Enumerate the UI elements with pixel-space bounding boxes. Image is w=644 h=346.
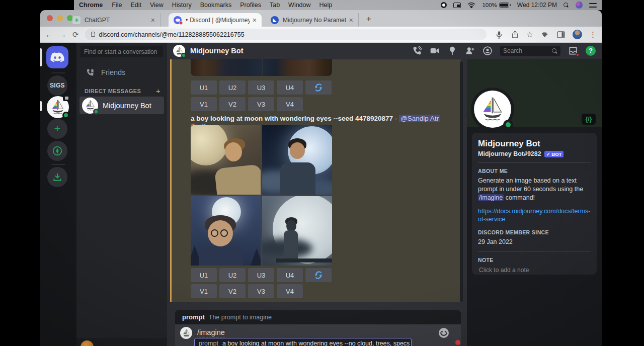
menu-bookmarks[interactable]: Bookmarks — [200, 2, 232, 9]
chrome-profile-avatar[interactable] — [573, 30, 582, 39]
prompt-option-value[interactable]: a boy looking at moon with wondering eye… — [222, 340, 410, 346]
pinned-messages-icon[interactable] — [447, 46, 457, 56]
prompt-text: a boy looking at moon with wondering eye… — [191, 115, 393, 122]
reroll-button[interactable] — [305, 268, 332, 282]
u4-button[interactable]: U4 — [277, 268, 303, 282]
create-dm-icon[interactable]: + — [156, 86, 160, 95]
side-panel-icon[interactable] — [556, 30, 566, 39]
user-profile-toggle-icon[interactable] — [482, 46, 493, 56]
grid-image-1[interactable] — [191, 125, 261, 195]
tab-discord[interactable]: • Discord | @Midjourney Bot × — [169, 13, 262, 27]
bot-profile-panel: {/} Midjourney Bot Midjourney Bot#9282 ✓… — [467, 59, 602, 346]
menu-file[interactable]: File — [112, 2, 122, 9]
explore-servers-button[interactable] — [47, 141, 67, 161]
imagine-command-text[interactable]: /imagine — [197, 328, 225, 336]
search-input[interactable]: Search — [500, 46, 560, 56]
u3-button[interactable]: U3 — [248, 80, 274, 95]
dm-section-header: DIRECT MESSAGES — [85, 88, 160, 94]
menu-window[interactable]: Window — [288, 2, 310, 9]
message-composer[interactable]: /imagine prompt a boy looking at moon wi… — [175, 324, 461, 346]
url-text[interactable]: discord.com/channels/@me/112828885506221… — [99, 31, 245, 38]
video-call-icon[interactable] — [430, 46, 440, 56]
v4-button[interactable]: V4 — [277, 97, 303, 111]
menu-edit[interactable]: Edit — [130, 2, 141, 9]
mic-icon[interactable] — [495, 30, 504, 39]
sidebar-item-friends[interactable]: Friends — [80, 65, 163, 80]
menubar-app-name[interactable]: Chrome — [79, 2, 103, 9]
emoji-picker-icon[interactable] — [439, 328, 449, 338]
u1-button[interactable]: U1 — [191, 268, 217, 282]
current-user-avatar[interactable] — [80, 340, 94, 346]
chrome-menu-icon[interactable]: ⋮ — [589, 31, 597, 38]
menu-tab[interactable]: Tab — [270, 2, 280, 9]
variation-row-2: V1 V2 V3 V4 — [191, 284, 303, 298]
tab-chatgpt[interactable]: ChatGPT × — [67, 13, 160, 27]
reroll-button[interactable] — [305, 80, 332, 95]
tab-close-icon[interactable]: × — [151, 16, 155, 24]
generated-image-grid[interactable] — [191, 125, 332, 266]
grid-image-3[interactable] — [191, 196, 261, 266]
v1-button[interactable]: V1 — [191, 97, 217, 111]
v2-button[interactable]: V2 — [219, 284, 246, 298]
help-icon[interactable]: ? — [586, 46, 596, 56]
menu-history[interactable]: History — [172, 2, 192, 9]
screen-record-icon[interactable] — [441, 2, 447, 8]
v4-button[interactable]: V4 — [277, 284, 303, 298]
control-center-icon[interactable] — [589, 3, 597, 8]
imagine-command-pill[interactable]: /imagine — [478, 194, 504, 201]
u4-button[interactable]: U4 — [277, 80, 303, 95]
tab-close-icon[interactable]: × — [253, 16, 257, 24]
tab-midjourney-docs[interactable]: Midjourney No Parameter × — [266, 13, 359, 27]
terms-of-service-link[interactable]: https://docs.midjourney.com/docs/terms-o… — [478, 207, 591, 224]
forward-button[interactable]: → — [59, 30, 66, 39]
screen-mirroring-icon[interactable] — [453, 3, 461, 8]
grid-image-2[interactable] — [262, 125, 332, 195]
note-input-placeholder[interactable]: Click to add a note — [478, 266, 591, 274]
previous-grid-image-partial[interactable] — [191, 59, 332, 76]
address-bar[interactable]: discord.com/channels/@me/112828885506221… — [85, 29, 487, 40]
v2-button[interactable]: V2 — [219, 97, 246, 111]
user-mention[interactable]: @Sandip Atr — [399, 115, 440, 122]
v1-button[interactable]: V1 — [191, 284, 217, 298]
download-apps-button[interactable] — [47, 167, 67, 187]
midjourney-dm-avatar[interactable] — [47, 96, 69, 118]
share-icon[interactable] — [511, 30, 519, 39]
spotlight-icon[interactable] — [564, 3, 569, 8]
u1-button[interactable]: U1 — [191, 80, 217, 95]
u2-button[interactable]: U2 — [219, 80, 246, 95]
menubar-clock[interactable]: Wed 12:02 PM — [517, 2, 557, 9]
u2-button[interactable]: U2 — [219, 268, 246, 282]
menu-profiles[interactable]: Profiles — [240, 2, 261, 9]
wifi-icon[interactable] — [467, 2, 475, 8]
minimize-window-button[interactable] — [57, 15, 63, 21]
add-server-button[interactable]: + — [47, 119, 67, 139]
v3-button[interactable]: V3 — [248, 284, 274, 298]
tab-close-icon[interactable]: × — [349, 16, 353, 24]
u3-button[interactable]: U3 — [248, 268, 274, 282]
menu-help[interactable]: Help — [319, 2, 333, 9]
prompt-option-input[interactable]: prompt a boy looking at moon with wonder… — [194, 338, 412, 346]
bookmark-star-icon[interactable]: ☆ — [526, 31, 533, 39]
profile-avatar[interactable] — [471, 88, 514, 131]
siri-icon[interactable] — [576, 2, 583, 9]
extensions-puzzle-icon[interactable] — [540, 30, 549, 39]
new-tab-button[interactable]: + — [366, 14, 371, 24]
server-sigs[interactable]: SIGS — [47, 75, 67, 96]
menu-view[interactable]: View — [150, 2, 164, 9]
v3-button[interactable]: V3 — [248, 97, 274, 111]
boy-body — [280, 162, 315, 195]
user-panel — [76, 338, 167, 346]
voice-call-icon[interactable] — [412, 46, 422, 56]
reload-button[interactable]: ⟳ — [72, 30, 79, 39]
discord-home-button[interactable] — [46, 46, 68, 68]
inbox-button[interactable] — [568, 46, 578, 56]
find-conversation-button[interactable]: Find or start a conversation — [80, 46, 163, 57]
back-button[interactable]: ← — [45, 30, 53, 39]
add-friends-to-dm-icon[interactable] — [465, 46, 475, 56]
sidebar-item-midjourney-bot[interactable]: Midjourney Bot — [79, 97, 164, 114]
chat-scrollbar[interactable] — [460, 61, 463, 302]
grid-image-4[interactable] — [262, 196, 332, 266]
chatgpt-favicon — [72, 16, 80, 24]
close-window-button[interactable] — [47, 15, 53, 21]
search-placeholder: Search — [503, 47, 522, 54]
